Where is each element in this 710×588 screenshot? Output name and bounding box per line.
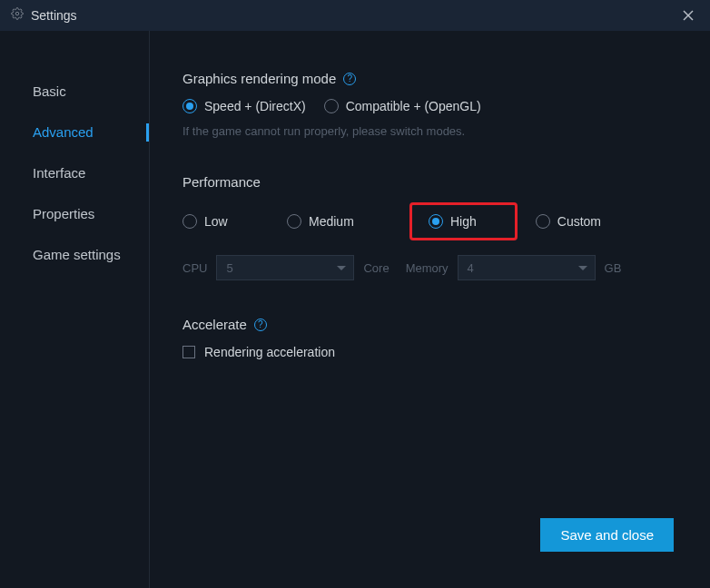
window-title: Settings <box>31 8 77 23</box>
sidebar-item-interface[interactable]: Interface <box>0 152 149 193</box>
performance-section: Performance Low Medium High <box>182 174 710 280</box>
titlebar: Settings <box>0 0 710 31</box>
radio-directx[interactable]: Speed + (DirectX) <box>182 99 306 113</box>
memory-label: Memory <box>406 261 449 275</box>
sidebar: Basic Advanced Interface Properties Game… <box>0 31 150 588</box>
resource-row: CPU 5 Core Memory 4 GB <box>182 255 710 280</box>
sidebar-item-game-settings[interactable]: Game settings <box>0 234 149 275</box>
radio-icon <box>182 99 197 113</box>
cpu-value: 5 <box>226 261 232 275</box>
rendering-accel-row[interactable]: Rendering acceleration <box>182 345 710 359</box>
chevron-down-icon <box>578 266 587 270</box>
radio-icon <box>536 214 550 229</box>
checkbox-icon <box>182 346 195 358</box>
accelerate-title: Accelerate ? <box>182 317 710 332</box>
sidebar-item-basic[interactable]: Basic <box>0 71 149 112</box>
radio-label: High <box>450 214 509 229</box>
highlight-box: High <box>409 202 518 240</box>
radio-label: Low <box>204 214 228 229</box>
graphics-title: Graphics rendering mode ? <box>182 71 710 86</box>
radio-icon <box>429 214 443 229</box>
content: Graphics rendering mode ? Speed + (Direc… <box>150 31 710 588</box>
graphics-hint: If the game cannot run properly, please … <box>182 124 710 138</box>
memory-value: 4 <box>468 261 474 275</box>
sidebar-item-advanced[interactable]: Advanced <box>0 112 149 152</box>
radio-icon <box>287 214 301 229</box>
svg-point-0 <box>15 12 19 15</box>
cpu-label: CPU <box>182 261 207 275</box>
help-icon[interactable]: ? <box>343 73 356 85</box>
accelerate-title-text: Accelerate <box>182 317 247 332</box>
radio-custom[interactable]: Custom <box>536 214 601 229</box>
radio-opengl[interactable]: Compatible + (OpenGL) <box>324 99 481 113</box>
radio-label: Custom <box>557 214 601 229</box>
memory-unit: GB <box>605 261 622 275</box>
radio-medium[interactable]: Medium <box>287 214 409 229</box>
checkbox-label: Rendering acceleration <box>204 345 335 359</box>
cpu-unit: Core <box>363 261 389 275</box>
performance-title-text: Performance <box>182 174 261 190</box>
titlebar-left: Settings <box>11 7 77 24</box>
radio-label: Compatible + (OpenGL) <box>346 99 481 113</box>
radio-label: Speed + (DirectX) <box>204 99 306 113</box>
graphics-title-text: Graphics rendering mode <box>182 71 336 86</box>
performance-options: Low Medium High Custom <box>182 202 710 240</box>
radio-label: Medium <box>309 214 354 229</box>
radio-icon <box>324 99 339 113</box>
help-icon[interactable]: ? <box>254 318 267 331</box>
graphics-options: Speed + (DirectX) Compatible + (OpenGL) <box>182 99 710 113</box>
accelerate-section: Accelerate ? Rendering acceleration <box>182 317 710 359</box>
memory-select[interactable]: 4 <box>458 255 596 280</box>
radio-icon <box>182 214 197 229</box>
save-close-button[interactable]: Save and close <box>540 518 674 552</box>
radio-high[interactable]: High <box>429 214 509 229</box>
sidebar-item-properties[interactable]: Properties <box>0 193 149 234</box>
performance-title: Performance <box>182 174 710 190</box>
chevron-down-icon <box>337 266 346 270</box>
radio-low[interactable]: Low <box>182 214 287 229</box>
close-button[interactable] <box>677 5 699 26</box>
graphics-section: Graphics rendering mode ? Speed + (Direc… <box>182 71 710 138</box>
gear-icon <box>11 7 24 24</box>
main: Basic Advanced Interface Properties Game… <box>0 31 710 588</box>
cpu-select[interactable]: 5 <box>216 255 354 280</box>
